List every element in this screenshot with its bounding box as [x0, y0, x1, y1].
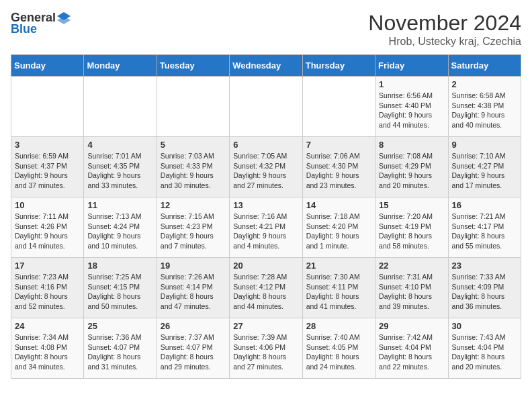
day-number: 27: [233, 321, 298, 331]
calendar-cell: 14Sunrise: 7:18 AM Sunset: 4:20 PM Dayli…: [302, 197, 375, 258]
day-number: 13: [233, 200, 298, 210]
calendar-cell: 4Sunrise: 7:01 AM Sunset: 4:35 PM Daylig…: [84, 137, 157, 197]
day-info: Sunrise: 7:05 AM Sunset: 4:32 PM Dayligh…: [233, 151, 298, 191]
day-info: Sunrise: 7:18 AM Sunset: 4:20 PM Dayligh…: [306, 212, 371, 251]
calendar-cell: 20Sunrise: 7:28 AM Sunset: 4:12 PM Dayli…: [230, 258, 302, 318]
day-info: Sunrise: 7:34 AM Sunset: 4:08 PM Dayligh…: [15, 332, 80, 372]
day-number: 2: [452, 79, 517, 89]
day-number: 26: [161, 321, 226, 331]
day-number: 25: [87, 321, 152, 331]
calendar-cell: 8Sunrise: 7:08 AM Sunset: 4:29 PM Daylig…: [375, 137, 448, 197]
day-number: 3: [15, 140, 80, 150]
calendar-cell: 22Sunrise: 7:31 AM Sunset: 4:10 PM Dayli…: [375, 258, 448, 318]
day-info: Sunrise: 6:58 AM Sunset: 4:38 PM Dayligh…: [452, 91, 517, 130]
calendar-cell: 2Sunrise: 6:58 AM Sunset: 4:38 PM Daylig…: [448, 77, 521, 137]
calendar-cell: [302, 77, 375, 137]
day-info: Sunrise: 7:13 AM Sunset: 4:24 PM Dayligh…: [87, 212, 152, 251]
logo-flag-icon: [57, 12, 71, 24]
title-area: November 2024 Hrob, Ustecky kraj, Czechi…: [368, 11, 521, 48]
calendar-cell: 24Sunrise: 7:34 AM Sunset: 4:08 PM Dayli…: [11, 318, 84, 379]
day-number: 23: [452, 261, 517, 271]
calendar-cell: 16Sunrise: 7:21 AM Sunset: 4:17 PM Dayli…: [448, 197, 521, 258]
calendar-cell: 5Sunrise: 7:03 AM Sunset: 4:33 PM Daylig…: [157, 137, 229, 197]
day-number: 29: [379, 321, 444, 331]
calendar-cell: 1Sunrise: 6:56 AM Sunset: 4:40 PM Daylig…: [375, 77, 448, 137]
day-info: Sunrise: 7:11 AM Sunset: 4:26 PM Dayligh…: [15, 212, 80, 251]
calendar-cell: [157, 77, 229, 137]
day-info: Sunrise: 7:43 AM Sunset: 4:04 PM Dayligh…: [452, 332, 517, 372]
weekday-header: Sunday: [11, 55, 84, 77]
day-info: Sunrise: 7:37 AM Sunset: 4:07 PM Dayligh…: [161, 332, 226, 372]
calendar-week-row: 24Sunrise: 7:34 AM Sunset: 4:08 PM Dayli…: [11, 318, 521, 379]
day-number: 15: [379, 200, 444, 210]
day-number: 21: [306, 261, 371, 271]
calendar-cell: 18Sunrise: 7:25 AM Sunset: 4:15 PM Dayli…: [84, 258, 157, 318]
day-number: 12: [161, 200, 226, 210]
day-number: 28: [306, 321, 371, 331]
calendar-week-row: 3Sunrise: 6:59 AM Sunset: 4:37 PM Daylig…: [11, 137, 521, 197]
calendar-cell: 30Sunrise: 7:43 AM Sunset: 4:04 PM Dayli…: [448, 318, 521, 379]
day-info: Sunrise: 7:10 AM Sunset: 4:27 PM Dayligh…: [452, 151, 517, 191]
day-info: Sunrise: 7:06 AM Sunset: 4:30 PM Dayligh…: [306, 151, 371, 191]
logo-blue-text: Blue: [11, 22, 37, 36]
day-info: Sunrise: 7:42 AM Sunset: 4:04 PM Dayligh…: [379, 332, 444, 372]
weekday-header: Friday: [375, 55, 448, 77]
calendar-cell: 6Sunrise: 7:05 AM Sunset: 4:32 PM Daylig…: [230, 137, 302, 197]
logo: General Blue: [11, 11, 72, 36]
calendar-week-row: 10Sunrise: 7:11 AM Sunset: 4:26 PM Dayli…: [11, 197, 521, 258]
day-number: 4: [87, 140, 152, 150]
day-info: Sunrise: 7:39 AM Sunset: 4:06 PM Dayligh…: [233, 332, 298, 372]
weekday-header: Tuesday: [157, 55, 229, 77]
day-number: 24: [15, 321, 80, 331]
calendar-cell: 21Sunrise: 7:30 AM Sunset: 4:11 PM Dayli…: [302, 258, 375, 318]
day-number: 18: [87, 261, 152, 271]
calendar-cell: 29Sunrise: 7:42 AM Sunset: 4:04 PM Dayli…: [375, 318, 448, 379]
calendar-cell: 27Sunrise: 7:39 AM Sunset: 4:06 PM Dayli…: [230, 318, 302, 379]
calendar-cell: 17Sunrise: 7:23 AM Sunset: 4:16 PM Dayli…: [11, 258, 84, 318]
calendar-cell: [230, 77, 302, 137]
calendar-cell: 9Sunrise: 7:10 AM Sunset: 4:27 PM Daylig…: [448, 137, 521, 197]
day-number: 7: [306, 140, 371, 150]
day-info: Sunrise: 7:21 AM Sunset: 4:17 PM Dayligh…: [452, 212, 517, 251]
calendar-cell: 23Sunrise: 7:33 AM Sunset: 4:09 PM Dayli…: [448, 258, 521, 318]
day-number: 11: [87, 200, 152, 210]
calendar-cell: 15Sunrise: 7:20 AM Sunset: 4:19 PM Dayli…: [375, 197, 448, 258]
calendar-cell: 19Sunrise: 7:26 AM Sunset: 4:14 PM Dayli…: [157, 258, 229, 318]
calendar-week-row: 1Sunrise: 6:56 AM Sunset: 4:40 PM Daylig…: [11, 77, 521, 137]
day-number: 22: [379, 261, 444, 271]
day-info: Sunrise: 6:59 AM Sunset: 4:37 PM Dayligh…: [15, 151, 80, 191]
location-subtitle: Hrob, Ustecky kraj, Czechia: [368, 36, 521, 48]
day-info: Sunrise: 7:23 AM Sunset: 4:16 PM Dayligh…: [15, 272, 80, 312]
day-info: Sunrise: 7:36 AM Sunset: 4:07 PM Dayligh…: [87, 332, 152, 372]
weekday-header: Saturday: [448, 55, 521, 77]
day-number: 8: [379, 140, 444, 150]
day-number: 20: [233, 261, 298, 271]
day-number: 6: [233, 140, 298, 150]
day-number: 5: [161, 140, 226, 150]
day-info: Sunrise: 6:56 AM Sunset: 4:40 PM Dayligh…: [379, 91, 444, 130]
calendar-cell: 7Sunrise: 7:06 AM Sunset: 4:30 PM Daylig…: [302, 137, 375, 197]
weekday-header: Wednesday: [230, 55, 302, 77]
day-info: Sunrise: 7:30 AM Sunset: 4:11 PM Dayligh…: [306, 272, 371, 312]
day-number: 17: [15, 261, 80, 271]
day-info: Sunrise: 7:28 AM Sunset: 4:12 PM Dayligh…: [233, 272, 298, 312]
calendar-cell: 26Sunrise: 7:37 AM Sunset: 4:07 PM Dayli…: [157, 318, 229, 379]
calendar-cell: 12Sunrise: 7:15 AM Sunset: 4:23 PM Dayli…: [157, 197, 229, 258]
day-info: Sunrise: 7:01 AM Sunset: 4:35 PM Dayligh…: [87, 151, 152, 191]
calendar-cell: [84, 77, 157, 137]
header: General Blue November 2024 Hrob, Ustecky…: [11, 11, 521, 48]
day-number: 10: [15, 200, 80, 210]
day-number: 19: [161, 261, 226, 271]
calendar-cell: 13Sunrise: 7:16 AM Sunset: 4:21 PM Dayli…: [230, 197, 302, 258]
day-info: Sunrise: 7:15 AM Sunset: 4:23 PM Dayligh…: [161, 212, 226, 251]
calendar-cell: [11, 77, 84, 137]
calendar-table: SundayMondayTuesdayWednesdayThursdayFrid…: [11, 54, 521, 379]
day-number: 16: [452, 200, 517, 210]
day-number: 1: [379, 79, 444, 89]
day-info: Sunrise: 7:40 AM Sunset: 4:05 PM Dayligh…: [306, 332, 371, 372]
day-info: Sunrise: 7:25 AM Sunset: 4:15 PM Dayligh…: [87, 272, 152, 312]
weekday-header: Thursday: [302, 55, 375, 77]
day-number: 9: [452, 140, 517, 150]
day-info: Sunrise: 7:20 AM Sunset: 4:19 PM Dayligh…: [379, 212, 444, 251]
month-title: November 2024: [368, 11, 521, 36]
